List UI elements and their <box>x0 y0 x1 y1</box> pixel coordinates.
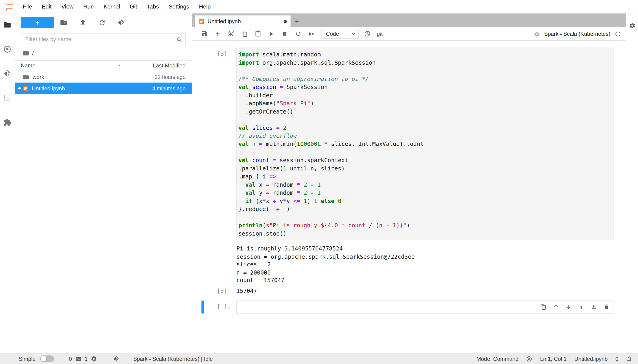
terminal-icon <box>75 356 82 362</box>
cut-icon <box>228 30 234 37</box>
duplicate-cell-button[interactable] <box>540 304 547 310</box>
breadcrumb-root[interactable]: / <box>32 50 34 56</box>
insert-cell-below-button[interactable] <box>590 304 597 310</box>
jupyter-logo-icon <box>4 1 15 12</box>
file-browser-panel: + / Name ▲ Last Modified work <box>15 14 192 353</box>
new-folder-button[interactable] <box>54 17 73 28</box>
move-cell-up-button[interactable] <box>553 304 559 310</box>
terminals-count: 0 <box>69 356 72 362</box>
restart-kernel-button[interactable] <box>291 28 305 39</box>
notebook-toolbar: Code git Spark - Scala (Kubernetes) <box>192 27 626 41</box>
kernel-status-text[interactable]: Spark - Scala (Kubernetes) | Idle <box>133 356 213 362</box>
filter-files-input[interactable] <box>21 33 186 45</box>
column-header-name[interactable]: Name <box>21 60 128 71</box>
empty-cell: [ ]: <box>192 300 626 313</box>
clock-icon <box>364 30 370 37</box>
sidebar-tab-running-sessions[interactable] <box>0 38 15 60</box>
home-folder-icon[interactable] <box>23 50 29 56</box>
cell-toolbar <box>540 301 610 313</box>
cell-type-dropdown[interactable]: Code <box>322 29 359 39</box>
simple-interface-toggle[interactable] <box>41 356 54 362</box>
list-icon <box>3 94 11 102</box>
plus-icon <box>214 30 221 37</box>
git-toolbar-button[interactable]: git <box>377 31 383 37</box>
cut-cell-button[interactable] <box>224 28 238 39</box>
new-tab-button[interactable] <box>291 15 303 27</box>
git-clone-button[interactable] <box>112 17 131 28</box>
column-header-modified[interactable]: Last Modified <box>128 60 186 71</box>
menu-item-view[interactable]: View <box>57 3 79 10</box>
insert-above-icon <box>578 304 584 310</box>
file-row-untitled-ipynb[interactable]: Untitled.ipynb 4 minutes ago <box>15 82 192 94</box>
cell-type-value: Code <box>326 31 339 37</box>
active-cell-collapser[interactable] <box>202 300 204 313</box>
restart-run-all-button[interactable] <box>305 28 318 39</box>
menu-item-settings[interactable]: Settings <box>164 3 194 10</box>
file-modified: 21 hours ago <box>155 74 186 80</box>
sidebar-tab-extensions[interactable] <box>0 112 15 133</box>
menu-item-kernel[interactable]: Kernel <box>99 3 125 10</box>
move-cell-down-button[interactable] <box>565 304 572 310</box>
running-sessions-status[interactable]: 0 1 <box>69 356 97 362</box>
menu-item-file[interactable]: File <box>18 3 37 10</box>
save-icon <box>201 30 207 37</box>
tab-untitled-ipynb[interactable]: Untitled.ipynb <box>195 15 291 27</box>
paste-cell-button[interactable] <box>251 28 265 39</box>
menu-item-run[interactable]: Run <box>79 3 99 10</box>
cursor-position[interactable]: Ln 1, Col 1 <box>540 356 567 362</box>
cell-editor[interactable]: import scala.math.randomimport org.apach… <box>236 48 614 240</box>
unsaved-changes-dot[interactable] <box>284 20 287 23</box>
search-icon <box>176 36 183 43</box>
cell-outputs: Pi is roughly 3.140955704778524session =… <box>236 245 415 284</box>
result-prompt: [3]: <box>192 288 236 294</box>
kernel-status-icon[interactable] <box>615 31 621 37</box>
copy-icon <box>241 30 247 37</box>
open-file-dot <box>18 87 21 90</box>
chevron-down-icon <box>350 30 357 37</box>
file-modified: 4 minutes ago <box>152 85 186 91</box>
notebook-history-button[interactable] <box>361 28 374 39</box>
gear-icon <box>629 22 635 29</box>
insert-cell-above-button[interactable] <box>578 304 585 310</box>
file-row-work[interactable]: work 21 hours ago <box>15 71 192 82</box>
sidebar-tab-git[interactable] <box>0 63 15 84</box>
insert-cell-button[interactable] <box>211 28 224 39</box>
upload-icon <box>79 19 87 26</box>
cell-code: import scala.math.randomimport org.apach… <box>238 50 610 238</box>
git-status-icon[interactable] <box>113 356 119 362</box>
empty-execution-prompt: [ ]: <box>192 300 236 310</box>
refresh-button[interactable] <box>92 17 111 28</box>
paste-icon <box>255 30 261 37</box>
menu-item-help[interactable]: Help <box>194 3 216 10</box>
result-value: 157047 <box>236 288 257 294</box>
active-filename: Untitled.ipynb <box>574 356 608 362</box>
empty-cell-editor[interactable] <box>236 300 614 313</box>
gear-icon[interactable] <box>534 30 539 38</box>
menu-item-edit[interactable]: Edit <box>37 3 57 10</box>
run-cell-button[interactable] <box>264 28 278 39</box>
kernel-icon <box>91 356 97 362</box>
kernel-area: Spark - Scala (Kubernetes) <box>534 30 621 38</box>
toggle-knob <box>41 356 47 362</box>
new-launcher-button[interactable]: + <box>21 17 54 28</box>
sidebar-tab-table-of-contents[interactable] <box>0 88 15 108</box>
copy-cell-button[interactable] <box>238 28 251 39</box>
delete-cell-button[interactable] <box>603 304 610 310</box>
interrupt-kernel-button[interactable] <box>278 28 291 39</box>
menu-item-git[interactable]: Git <box>125 3 142 10</box>
menu-item-tabs[interactable]: Tabs <box>142 3 164 10</box>
status-bar: Simple 0 1 Spark - Scala (Kubernetes) | … <box>0 353 638 364</box>
plus-icon <box>294 18 300 24</box>
sort-ascending-icon[interactable]: ▲ <box>118 64 121 67</box>
kernel-name[interactable]: Spark - Scala (Kubernetes) <box>544 31 610 37</box>
save-button[interactable] <box>197 28 211 39</box>
git-icon <box>3 70 11 78</box>
main-area: + / Name ▲ Last Modified work <box>0 14 638 353</box>
tab-bar: Untitled.ipynb <box>192 14 626 27</box>
bell-icon[interactable] <box>626 356 632 362</box>
sidebar-tab-property-inspector[interactable] <box>629 22 635 29</box>
upload-button[interactable] <box>73 17 92 28</box>
restart-icon <box>295 30 301 37</box>
sidebar-tab-file-browser[interactable] <box>0 14 15 35</box>
circle-cross-icon[interactable] <box>526 356 532 362</box>
